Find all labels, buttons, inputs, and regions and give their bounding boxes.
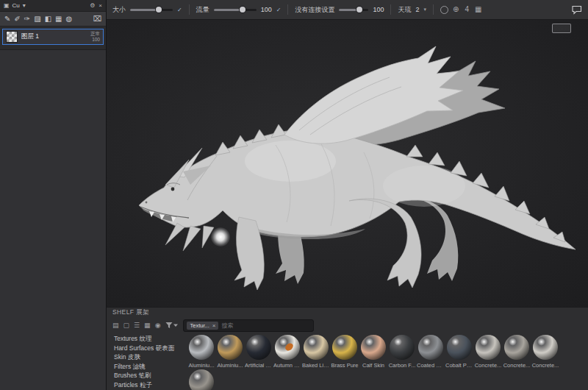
material-label: Concrete...	[503, 362, 531, 369]
size-pressure-toggle-icon[interactable]: ✓	[177, 7, 182, 13]
material-item[interactable]: Baked Lig...	[302, 335, 330, 369]
material-label: Coated M...	[417, 362, 445, 369]
layer-thumbnail	[6, 31, 18, 43]
material-sphere[interactable]	[504, 335, 529, 360]
window-icon: ▣	[4, 3, 10, 9]
material-item[interactable]: Concrete...	[474, 335, 502, 369]
size-slider[interactable]	[130, 9, 173, 11]
material-item[interactable]: Artificial L...	[245, 335, 273, 369]
material-sphere[interactable]	[246, 335, 271, 360]
material-item[interactable]: Calf Skin	[359, 335, 387, 369]
search-input[interactable]	[221, 322, 270, 329]
filter-chip-label: Textur...	[190, 322, 209, 329]
material-item[interactable]: Aluminiu...	[216, 335, 244, 369]
file-icon[interactable]: ▢	[123, 322, 130, 329]
connection-setting-control: 没有连接设置 100	[295, 5, 384, 15]
connection-setting-slider[interactable]	[339, 9, 368, 11]
shelf-category-item[interactable]: Hard Surfaces 硬表面	[114, 344, 184, 353]
flow-slider[interactable]	[214, 9, 257, 11]
material-sphere[interactable]	[418, 335, 443, 360]
filter-chip[interactable]: Textur... ×	[187, 322, 218, 330]
material-item[interactable]: Concrete...	[503, 335, 531, 369]
grid-snap-icon[interactable]: ▦	[475, 6, 481, 13]
shelf-category-item[interactable]: Particles 粒子	[114, 380, 184, 390]
shelf-category-item[interactable]: Filters 滤镜	[114, 362, 184, 372]
chevron-down-icon[interactable]: ▾	[423, 7, 426, 13]
material-sphere[interactable]	[304, 335, 329, 360]
material-sphere[interactable]	[447, 335, 472, 360]
shelf-category-list: Textures 纹理Hard Surfaces 硬表面Skin 皮肤Filte…	[107, 333, 184, 390]
material-sphere[interactable]	[332, 335, 357, 360]
material-label: Cobalt Pure	[445, 362, 473, 369]
flow-pressure-toggle-icon[interactable]: ✓	[276, 7, 282, 13]
shelf-title: SHELF 展架	[107, 308, 588, 318]
material-item[interactable]: Coated M...	[417, 335, 445, 369]
filter-funnel-icon[interactable]	[165, 322, 178, 329]
viewport-overlay-chip[interactable]	[552, 24, 571, 33]
fill-tool-icon[interactable]: ◧	[45, 15, 51, 23]
material-label: Carbon F...	[388, 362, 416, 369]
layer-blend-mode[interactable]: 正常	[90, 31, 100, 37]
projection-tool-icon[interactable]: ▨	[34, 15, 40, 23]
shelf-category-item[interactable]: Brushes 笔刷	[114, 371, 184, 380]
layer-list: 图层 1 正常 100	[0, 26, 106, 50]
material-sphere[interactable]	[218, 335, 243, 360]
flow-label: 流量	[196, 5, 209, 15]
material-label: Concrete...	[531, 362, 559, 369]
material-sphere[interactable]	[275, 335, 300, 360]
material-item[interactable]: Concrete...	[531, 335, 559, 369]
viewport-3d[interactable]	[107, 20, 588, 307]
pen-tool-icon[interactable]: ✑	[24, 15, 30, 23]
folder-icon[interactable]: ▤	[112, 322, 119, 329]
brush-tip-preview-icon[interactable]	[440, 6, 448, 14]
grid-tool-icon[interactable]: ▦	[55, 15, 62, 23]
eye-icon[interactable]: ◉	[155, 322, 161, 329]
delete-tool-icon[interactable]: ⌧	[93, 15, 101, 23]
material-grid: Aluminiu... Aluminiu... Artificial L...	[184, 333, 588, 390]
material-sphere[interactable]	[361, 335, 386, 360]
list-view-icon[interactable]: ☰	[134, 322, 140, 329]
layer-name: 图层 1	[21, 32, 39, 41]
material-item[interactable]: Autumn L...	[273, 335, 301, 369]
material-sphere[interactable]	[533, 335, 558, 360]
material-sphere[interactable]	[390, 335, 415, 360]
gear-icon[interactable]: ⚙	[90, 3, 95, 9]
chevron-down-icon[interactable]: ▾	[23, 3, 26, 9]
brush-tool-icon[interactable]: ✎	[4, 15, 10, 23]
symmetry-icon[interactable]: ⊕	[453, 6, 459, 13]
pencil-tool-icon[interactable]: ✐	[14, 15, 20, 23]
layer-item-selected[interactable]: 图层 1 正常 100	[2, 29, 104, 45]
shelf-category-item[interactable]: Skin 皮肤	[114, 352, 184, 362]
chat-bubble-icon[interactable]	[572, 5, 582, 15]
toolbar-right-icons: ⊕4▦	[440, 6, 481, 14]
toolbar-separator	[433, 4, 434, 15]
connection-setting-value: 100	[373, 6, 384, 13]
material-sphere[interactable]	[189, 369, 214, 390]
layer-opacity[interactable]: 100	[92, 37, 100, 43]
toolbar-separator	[390, 4, 391, 15]
shelf-category-item[interactable]: Textures 纹理	[114, 334, 184, 344]
material-item[interactable]: Brass Pure	[331, 335, 359, 369]
material-label: Calf Skin	[359, 362, 387, 369]
material-item[interactable]: Aluminiu...	[187, 335, 215, 369]
material-label: Baked Lig...	[302, 362, 330, 369]
material-label: Artificial L...	[245, 362, 273, 369]
material-sphere[interactable]	[476, 335, 501, 360]
grid-view-icon[interactable]: ▦	[144, 322, 151, 329]
chip-close-icon[interactable]: ×	[212, 322, 216, 329]
material-item[interactable]: Concrete...	[187, 369, 215, 390]
shelf-search-field[interactable]: Textur... ×	[183, 319, 314, 332]
material-item[interactable]: Carbon F...	[388, 335, 416, 369]
shelf-toolbar-icons: ▤▢☰▦◉	[112, 322, 160, 329]
toolbar-separator	[287, 4, 288, 15]
material-label: Brass Pure	[331, 362, 359, 369]
close-icon[interactable]: ×	[98, 3, 102, 9]
panel-title: Cu	[12, 2, 20, 9]
material-sphere[interactable]	[189, 335, 214, 360]
param4-control[interactable]: 天琉 2 ▾	[398, 5, 426, 15]
count-value[interactable]: 4	[465, 6, 469, 13]
smudge-tool-icon[interactable]: ◍	[66, 15, 73, 23]
material-item[interactable]: Cobalt Pure	[445, 335, 473, 369]
material-label: Concrete...	[474, 362, 502, 369]
layer-tools-row: ✎✐✑▨◧▦◍⌧	[0, 12, 106, 26]
